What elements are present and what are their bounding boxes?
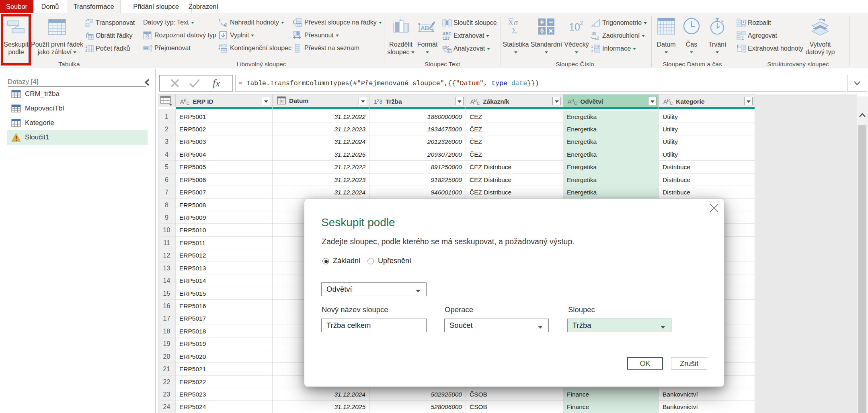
svg-text:Σ: Σ bbox=[741, 35, 744, 40]
svg-text:10: 10 bbox=[569, 21, 580, 33]
svg-text:2: 2 bbox=[225, 22, 227, 27]
svg-text:Σ: Σ bbox=[512, 25, 517, 35]
svg-text:.0: .0 bbox=[596, 36, 599, 40]
svg-text:123: 123 bbox=[443, 36, 449, 40]
svg-text:2: 2 bbox=[85, 49, 87, 53]
svg-text:abc: abc bbox=[442, 45, 449, 49]
svg-text:3: 3 bbox=[591, 49, 593, 53]
svg-text:.00: .00 bbox=[591, 31, 596, 36]
svg-text:1: 1 bbox=[591, 45, 593, 49]
svg-text:1: 1 bbox=[85, 45, 87, 49]
svg-text:2: 2 bbox=[580, 19, 583, 26]
svg-text:?: ? bbox=[146, 34, 148, 38]
svg-text:ABC: ABC bbox=[443, 32, 451, 36]
svg-text:1: 1 bbox=[218, 18, 221, 23]
